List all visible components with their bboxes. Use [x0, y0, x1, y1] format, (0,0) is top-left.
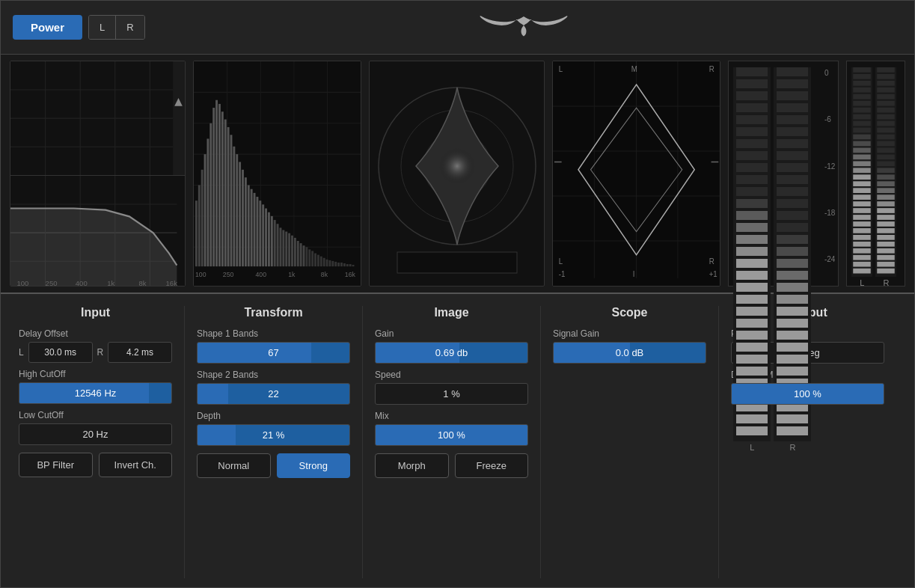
svg-text:1k: 1k — [288, 270, 296, 278]
svg-rect-227 — [878, 215, 896, 220]
top-bar: Power L R — [1, 1, 914, 55]
l-delay-label: L — [19, 347, 24, 358]
svg-rect-45 — [224, 120, 227, 267]
svg-rect-163 — [777, 331, 808, 340]
delay-row: L 30.0 ms R 4.2 ms — [19, 342, 172, 363]
image-section: Image Gain 0.69 db Speed 1 % Mix 100 % M… — [363, 306, 541, 578]
morph-button[interactable]: Morph — [375, 453, 449, 478]
svg-text:8k: 8k — [321, 270, 328, 278]
svg-text:250: 250 — [46, 279, 58, 287]
speed-label: Speed — [375, 370, 528, 380]
svg-rect-65 — [282, 230, 284, 267]
svg-rect-225 — [878, 228, 896, 233]
svg-rect-153 — [736, 67, 768, 76]
svg-text:-1: -1 — [559, 269, 566, 278]
meter-scale-24: -24 — [824, 255, 835, 263]
shape1-value[interactable]: 67 — [197, 342, 350, 364]
svg-rect-56 — [256, 197, 258, 266]
svg-rect-206 — [854, 141, 872, 147]
svg-rect-197 — [854, 201, 872, 206]
svg-rect-155 — [777, 426, 808, 435]
svg-rect-209 — [854, 121, 872, 126]
svg-rect-180 — [777, 127, 808, 136]
svg-rect-239 — [878, 135, 896, 140]
svg-rect-39 — [206, 138, 209, 266]
meter-r1-label: R — [774, 443, 811, 452]
svg-rect-48 — [233, 147, 235, 266]
svg-rect-55 — [254, 193, 256, 266]
svg-rect-129 — [736, 355, 768, 364]
svg-rect-217 — [854, 67, 872, 73]
svg-rect-220 — [878, 262, 896, 267]
mix-value[interactable]: 100 % — [375, 424, 528, 446]
meters-panel-2: L R — [846, 61, 905, 287]
svg-rect-215 — [854, 81, 872, 86]
svg-rect-87 — [346, 264, 349, 266]
svg-rect-238 — [878, 141, 896, 147]
invert-ch-button[interactable]: Invert Ch. — [99, 453, 173, 477]
speed-value[interactable]: 1 % — [375, 383, 528, 405]
svg-rect-80 — [326, 260, 328, 266]
svg-rect-179 — [777, 139, 808, 148]
svg-rect-245 — [878, 94, 896, 99]
depth-value[interactable]: 21 % — [197, 424, 350, 446]
svg-rect-138 — [736, 247, 768, 256]
svg-rect-196 — [854, 208, 872, 213]
svg-rect-176 — [777, 175, 808, 184]
r-button[interactable]: R — [116, 16, 144, 39]
svg-rect-60 — [268, 212, 270, 266]
svg-rect-235 — [878, 161, 896, 166]
svg-rect-228 — [878, 208, 896, 213]
meter-scale-0: 0 — [824, 69, 835, 77]
high-cutoff-value[interactable]: 12546 Hz — [19, 382, 172, 404]
svg-rect-140 — [736, 223, 768, 232]
svg-rect-161 — [777, 355, 808, 364]
svg-rect-244 — [878, 101, 896, 106]
svg-rect-201 — [854, 174, 872, 180]
svg-rect-73 — [305, 247, 307, 266]
meter-bar-left2 — [851, 67, 872, 277]
svg-rect-36 — [198, 186, 201, 267]
freeze-button[interactable]: Freeze — [455, 453, 529, 478]
star-graph — [375, 69, 539, 278]
svg-rect-141 — [736, 211, 768, 220]
bp-filter-button[interactable]: BP Filter — [19, 453, 93, 477]
gain-value[interactable]: 0.69 db — [375, 342, 528, 364]
svg-rect-59 — [265, 209, 267, 267]
svg-rect-248 — [878, 74, 896, 79]
signal-gain-value[interactable]: 0.0 dB — [553, 342, 706, 364]
r-delay-value[interactable]: 4.2 ms — [108, 342, 172, 363]
svg-rect-213 — [854, 94, 872, 99]
svg-text:8k: 8k — [139, 279, 147, 287]
strong-button[interactable]: Strong — [277, 453, 351, 478]
shape1-label: Shape 1 Bands — [197, 328, 350, 339]
svg-rect-203 — [854, 161, 872, 166]
svg-text:16k: 16k — [345, 270, 356, 278]
svg-rect-77 — [317, 255, 319, 267]
l-delay-value[interactable]: 30.0 ms — [28, 342, 93, 363]
shape2-value[interactable]: 22 — [197, 383, 350, 405]
power-button[interactable]: Power — [13, 15, 82, 40]
svg-rect-172 — [777, 223, 808, 232]
svg-rect-146 — [736, 151, 768, 160]
svg-rect-185 — [777, 67, 808, 76]
eq-top-graph — [10, 61, 185, 175]
svg-rect-242 — [878, 114, 896, 120]
svg-text:L: L — [559, 65, 563, 73]
svg-rect-194 — [854, 221, 872, 227]
svg-rect-69 — [294, 238, 296, 266]
svg-rect-214 — [854, 88, 872, 93]
svg-rect-43 — [218, 104, 221, 266]
l-button[interactable]: L — [89, 16, 116, 39]
svg-rect-58 — [262, 204, 264, 266]
svg-rect-234 — [878, 168, 896, 173]
viz-area: 100 250 400 1k 8k 16k — [1, 55, 914, 294]
low-cutoff-value[interactable]: 20 Hz — [19, 423, 172, 445]
svg-rect-208 — [854, 128, 872, 133]
dry-wet-value[interactable]: 100 % — [731, 383, 884, 405]
svg-rect-216 — [854, 74, 872, 79]
image-buttons: Morph Freeze — [375, 453, 528, 478]
normal-button[interactable]: Normal — [197, 453, 271, 478]
svg-rect-247 — [878, 81, 896, 86]
svg-rect-61 — [271, 216, 273, 266]
